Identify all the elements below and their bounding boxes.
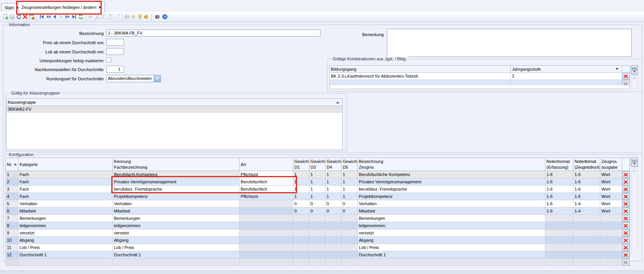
config-cell-d4[interactable]: 1 [325,193,342,200]
config-cell-d5[interactable]: 0 [342,208,358,215]
config-cell-bezeichnung[interactable]: Projektkompetenz [358,193,545,200]
delete-row-button[interactable] [623,244,629,251]
config-cell-d3[interactable]: 1 [309,171,325,178]
delete-row-button[interactable] [623,201,629,207]
config-cell-kategorie[interactable]: Verhalten [18,200,113,208]
config-cell-nf_druck[interactable] [573,229,600,237]
config-cell-d1[interactable]: 0 [293,208,309,215]
config-cell-d5[interactable]: 1 [342,193,358,200]
config-cell-d1[interactable]: 1 [293,171,309,178]
delete-row-button[interactable] [623,171,629,178]
col-jahrgangsstufe[interactable]: Jahrgangsstufe [511,66,622,73]
config-cell-d4[interactable] [325,229,342,237]
refresh-button[interactable] [78,13,84,21]
config-cell-art[interactable] [239,215,293,222]
config-cell-kennung[interactable] [113,259,239,266]
config-cell-nr[interactable] [6,259,18,266]
config-cell-d4[interactable]: 1 [325,186,342,193]
config-cell-ausgabe[interactable] [600,251,622,259]
config-cell-kategorie[interactable]: Durchschnitt 1 [18,251,113,259]
config-cell-nf_druck[interactable]: 1-4 [573,200,600,208]
config-cell-nf_druck[interactable] [573,237,600,244]
klassengruppe-row[interactable]: 3BKWA2-FV [7,106,342,113]
config-cell-d4[interactable] [325,259,342,266]
config-cell-ausgabe[interactable]: Wort [600,171,622,178]
config-cell-nf_druck[interactable] [573,215,600,222]
config-cell-d4[interactable] [325,215,342,222]
form-edit-button[interactable] [28,13,35,21]
config-cell-ausgabe[interactable] [600,237,622,244]
preis-field[interactable] [106,39,124,46]
nachkommastellen-field[interactable] [106,66,124,73]
config-cell-nf_druck[interactable] [573,222,600,229]
config-cell-d4[interactable] [325,237,342,244]
nav-last-button[interactable] [71,13,78,21]
config-cell-d3[interactable] [309,237,325,244]
config-cell-nf_druck[interactable]: 1-6 [573,193,600,200]
config-cell-d4[interactable]: 0 [325,208,342,215]
config-cell-nf_druck[interactable] [573,251,600,259]
config-cell-kategorie[interactable] [18,259,113,266]
config-cell-d4[interactable] [325,244,342,251]
config-cell-kategorie[interactable]: versetzt [18,229,113,237]
config-cell-kategorie[interactable]: Bemerkungen [18,215,113,222]
cell-jahrgangsstufe[interactable]: 2 [511,73,622,80]
config-cell-ausgabe[interactable] [600,259,622,266]
nav-first-button[interactable] [38,13,45,21]
config-cell-nr[interactable]: 2 [6,178,18,186]
config-cell-nf_erfassung[interactable]: 1-6 [545,178,573,186]
config-cell-kennung[interactable]: berufsbez. Fremdsprache [113,186,239,193]
config-cell-nf_erfassung[interactable] [545,222,573,229]
scroll-up-icon[interactable] [633,77,636,79]
config-cell-d5[interactable]: 0 [342,200,358,208]
config-cell-d3[interactable] [309,222,325,229]
config-cell-kategorie[interactable]: Fach [18,171,113,178]
config-cell-nf_erfassung[interactable] [545,244,573,251]
config-cell-nr[interactable]: 8 [6,222,18,229]
config-cell-nf_erfassung[interactable] [545,251,573,259]
config-cell-d5[interactable] [342,259,358,266]
config-cell-d3[interactable] [309,251,325,259]
config-cell-d4[interactable]: 1 [325,171,342,178]
config-col-bezeichnung[interactable]: BezeichnungZeugnis [358,158,545,171]
config-cell-ausgabe[interactable] [600,215,622,222]
config-cell-nr[interactable]: 7 [6,215,18,222]
config-cell-d1[interactable]: 1 [293,193,309,200]
config-cell-nr[interactable]: 5 [6,200,18,208]
rundungsart-select[interactable]: Abrunden/Abschneiden [106,75,161,82]
config-cell-d1[interactable] [293,229,309,237]
config-cell-bezeichnung[interactable]: Verhalten [358,200,545,208]
config-cell-art[interactable]: Berufsfachlich [239,178,293,186]
config-cell-nr[interactable]: 1 [6,171,18,178]
config-cell-d3[interactable]: 1 [309,193,325,200]
config-cell-ausgabe[interactable] [600,229,622,237]
config-cell-kennung[interactable]: Bemerkungen [113,215,239,222]
config-cell-art[interactable]: Pflichtunt [239,193,293,200]
config-cell-d4[interactable]: 0 [325,200,342,208]
config-cell-d5[interactable] [342,215,358,222]
config-cell-d3[interactable] [309,229,325,237]
config-cell-bezeichnung[interactable]: Berufsfachliche Kompetenz [358,171,545,178]
nav-prev-button[interactable] [51,13,58,21]
config-cell-d3[interactable]: 0 [309,208,325,215]
config-cell-kennung[interactable]: Verhalten [113,200,239,208]
undo-button[interactable] [15,13,22,21]
config-cell-kategorie[interactable]: Lob / Preis [18,244,113,251]
config-col-nf-druck[interactable]: Notenformat(Zeugnisdruck) [573,158,600,171]
config-cell-d4[interactable]: 1 [325,178,342,186]
config-cell-nr[interactable]: 9 [6,229,18,237]
config-cell-bezeichnung[interactable]: berufsbez. Fremdsprache [358,186,545,193]
delete-row-button[interactable] [623,252,629,258]
config-cell-art[interactable]: Pflichtunt [239,171,293,178]
config-col-kategorie[interactable]: Kategorie [18,158,113,171]
config-cell-nf_erfassung[interactable] [545,215,573,222]
delete-row-button[interactable] [623,208,629,214]
config-cell-ausgabe[interactable]: Wort [600,178,622,186]
nav-forward-button[interactable] [64,13,71,21]
config-cell-nf_erfassung[interactable]: 1-6 [545,200,573,208]
config-cell-nr[interactable]: 11 [6,244,18,251]
config-cell-d5[interactable]: 1 [342,178,358,186]
config-cell-d5[interactable] [342,222,358,229]
dropdown-button[interactable] [154,75,160,82]
config-cell-nf_erfassung[interactable]: 1-6 [545,193,573,200]
